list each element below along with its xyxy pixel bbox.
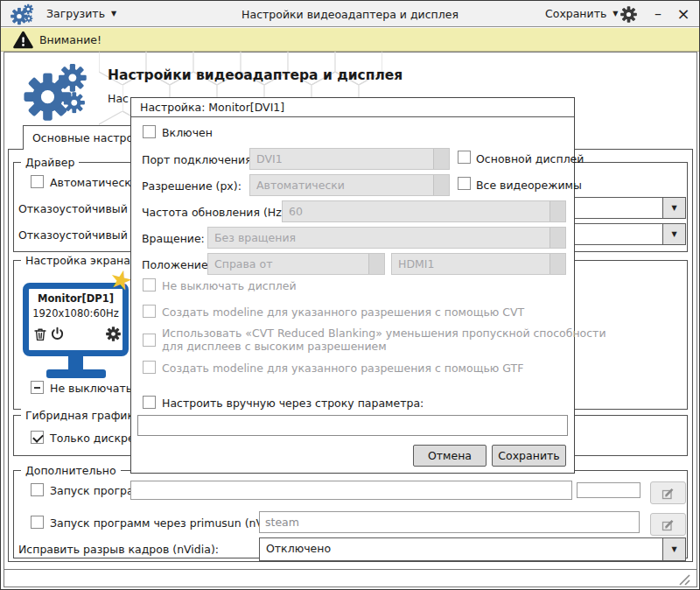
gtf-label: Создать modeline для указанного разрешен… <box>162 362 523 375</box>
titlebar: Загрузить ▼ Настройки видеоадаптера и ди… <box>1 1 699 27</box>
resolution-select-value: Автоматически <box>250 175 433 195</box>
select-button <box>433 175 449 195</box>
chevron-down-icon[interactable]: ▼ <box>662 224 685 244</box>
refresh-label: Частота обновления (Hz): <box>142 206 290 219</box>
close-button[interactable]: × <box>673 3 694 24</box>
position-select: Справа от <box>207 253 385 275</box>
select-button <box>550 201 565 221</box>
warning-text: Внимание! <box>39 33 102 46</box>
dialog-keep-on-checkbox <box>143 278 156 291</box>
page-title: Настройки видеоадаптера и дисплея <box>108 67 402 83</box>
keep-on-checkbox[interactable] <box>31 381 44 394</box>
select-button <box>368 254 384 274</box>
monitor-settings-dialog: Настройка: Monitor[DVI1] Включен Порт по… <box>130 97 575 474</box>
monitor-name: Monitor[DP1] <box>29 292 122 305</box>
monitor-gear-icon[interactable] <box>106 327 121 341</box>
auto-driver-checkbox[interactable] <box>31 175 44 188</box>
discrete-only-checkbox[interactable] <box>31 431 44 444</box>
save-button-label: Сохранить <box>498 449 559 462</box>
warning-triangle-icon <box>13 31 33 49</box>
enabled-checkbox[interactable] <box>143 125 156 138</box>
rotation-select: Без вращения <box>207 227 566 249</box>
monitor-widget[interactable]: Monitor[DP1] 1920x1080:60Hz <box>23 283 129 356</box>
select-button <box>550 228 565 248</box>
primary-display-checkbox[interactable] <box>458 151 471 164</box>
page-subtitle: Нас <box>108 92 129 105</box>
power-icon[interactable] <box>50 327 65 341</box>
group-hybrid-legend: Гибридная графика <box>21 409 145 422</box>
position-target-select: HDMI1 <box>391 253 566 275</box>
run-programs-checkbox-1[interactable] <box>31 483 44 496</box>
save-menu-button[interactable]: Сохранить ▼ <box>545 7 618 20</box>
window-title: Настройки видеоадаптера и дисплея <box>242 8 458 21</box>
resolution-label: Разрешение (px): <box>142 179 242 193</box>
manual-label: Настроить вручную через строку параметра… <box>162 397 424 410</box>
indeterminate-mark <box>34 387 40 389</box>
position-select-value: Справа от <box>208 254 368 274</box>
monitor-stand-base <box>46 369 106 378</box>
dialog-title: Настройка: Monitor[DVI1] <box>131 98 574 117</box>
edit-pencil-icon <box>662 518 675 531</box>
trash-icon[interactable] <box>33 327 47 341</box>
gtf-checkbox <box>143 361 156 374</box>
minimize-button[interactable]: – <box>648 3 668 24</box>
edit-pencil-icon <box>662 487 675 500</box>
chevron-down-icon: ▼ <box>612 11 618 18</box>
group-driver-legend: Драйвер <box>21 156 79 169</box>
run-programs-input-2[interactable] <box>259 511 640 533</box>
cancel-button-label: Отмена <box>428 449 472 462</box>
select-button <box>433 149 449 169</box>
rotation-select-value: Без вращения <box>208 228 550 248</box>
settings-gear-icon[interactable] <box>620 6 637 23</box>
all-modes-label: Все видеорежимы <box>476 179 582 192</box>
enabled-label: Включен <box>162 126 213 139</box>
run-programs-input-1[interactable] <box>130 481 572 500</box>
resize-grip-icon[interactable] <box>677 573 691 586</box>
edit-button-1[interactable] <box>650 481 686 504</box>
save-menu-label: Сохранить <box>545 7 606 20</box>
run-programs-input-1b[interactable] <box>577 482 640 498</box>
primary-display-label: Основной дисплей <box>476 152 584 165</box>
app-logo-large-icon <box>24 59 87 123</box>
tear-fix-label: Исправить разрыв кадров (nVidia): <box>18 543 219 556</box>
chevron-down-icon[interactable]: ▼ <box>662 538 685 560</box>
failsafe-driver-label-2: Отказоустойчивый др <box>18 228 145 242</box>
app-window: Загрузить ▼ Настройки видеоадаптера и ди… <box>0 0 700 590</box>
cancel-button[interactable]: Отмена <box>413 445 486 467</box>
all-modes-checkbox[interactable] <box>458 177 471 190</box>
manual-param-input[interactable] <box>137 415 568 436</box>
position-label: Положение: <box>142 258 212 271</box>
cvt-label: Создать modeline для указанного разрешен… <box>162 306 524 319</box>
warning-bar: Внимание! <box>1 28 699 52</box>
tear-fix-select-value: Отключено <box>260 538 662 560</box>
tear-fix-select[interactable]: Отключено ▼ <box>259 537 686 561</box>
failsafe-driver-label-1: Отказоустойчивый др <box>18 202 145 215</box>
port-select-value: DVI1 <box>250 149 433 169</box>
monitor-mode: 1920x1080:60Hz <box>29 307 122 320</box>
port-label: Порт подключения: <box>142 153 256 166</box>
edit-button-2[interactable] <box>650 513 686 536</box>
check-mark <box>32 432 44 443</box>
port-select: DVI1 <box>249 148 450 170</box>
refresh-select: 60 <box>282 200 566 222</box>
manual-checkbox[interactable] <box>143 396 156 409</box>
select-button <box>550 254 565 274</box>
cvt-checkbox <box>143 305 156 318</box>
cvt-rb-label: Использовать «CVT Reduced Blanking» умен… <box>162 327 606 353</box>
chevron-down-icon[interactable]: ▼ <box>662 198 685 218</box>
refresh-select-value: 60 <box>283 201 550 221</box>
status-bar <box>4 569 696 587</box>
cvt-rb-checkbox <box>143 334 156 347</box>
rotation-label: Вращение: <box>142 232 205 245</box>
run-programs-label-2: Запуск программ через primusun (nVidia): <box>50 516 290 530</box>
dialog-keep-on-label: Не выключать дисплей <box>162 279 297 292</box>
load-menu-label: Загрузить <box>46 7 105 20</box>
monitor-stand-neck <box>68 356 83 370</box>
app-logo-icon <box>10 3 34 26</box>
resolution-select: Автоматически <box>249 174 450 196</box>
load-menu-button[interactable]: Загрузить ▼ <box>46 7 116 20</box>
chevron-down-icon: ▼ <box>111 11 116 18</box>
group-extra-legend: Дополнительно <box>21 464 121 477</box>
run-programs-checkbox-2[interactable] <box>31 516 44 529</box>
save-button[interactable]: Сохранить <box>492 445 566 467</box>
